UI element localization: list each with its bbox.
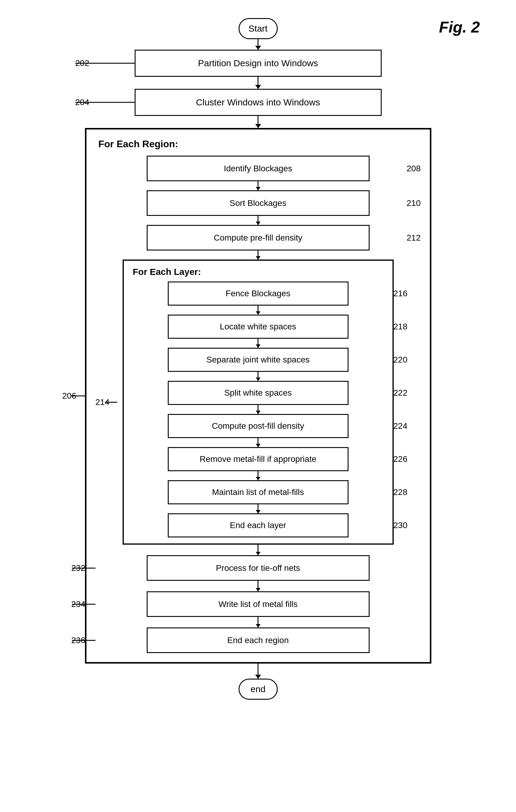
cluster-label: Cluster Windows into Windows bbox=[196, 97, 320, 108]
separate-box: Separate joint white spaces bbox=[168, 348, 349, 372]
split-label: Split white spaces bbox=[224, 388, 292, 398]
remove-row: Remove metal-fill if appropriate 226 bbox=[130, 447, 386, 471]
arrow-cluster-to-region bbox=[257, 116, 259, 128]
split-row: Split white spaces 222 bbox=[130, 381, 386, 405]
sort-row: Sort Blockages 210 bbox=[96, 190, 421, 216]
arrow-sort-compute bbox=[257, 216, 259, 225]
end-label: end bbox=[250, 684, 265, 694]
fence-label: Fence Blockages bbox=[226, 289, 290, 298]
end-region-box: End each region bbox=[147, 628, 370, 653]
fence-ref: 216 bbox=[393, 289, 408, 298]
identify-row: Identify Blockages 208 bbox=[96, 156, 421, 181]
locate-row: Locate white spaces 218 bbox=[130, 315, 386, 339]
layer-box: For Each Layer: Fence Blockages 216 bbox=[123, 260, 394, 545]
region-flow: Identify Blockages 208 Sort Blockages 21… bbox=[96, 156, 421, 653]
arrow-process-to-write bbox=[257, 581, 259, 591]
split-ref: 222 bbox=[393, 388, 408, 398]
arrow-start-to-partition bbox=[257, 39, 259, 50]
arrow-split-compute-post bbox=[257, 405, 259, 414]
maintain-row: Maintain list of metal-fills 228 bbox=[130, 480, 386, 504]
sort-ref: 210 bbox=[407, 198, 421, 208]
start-label: Start bbox=[248, 24, 268, 34]
separate-ref: 220 bbox=[393, 355, 408, 365]
maintain-label: Maintain list of metal-fills bbox=[212, 488, 304, 497]
write-label: Write list of metal fills bbox=[218, 600, 297, 609]
arrow-locate-separate bbox=[257, 339, 259, 348]
end-terminal: end bbox=[239, 678, 278, 700]
arrow-remove-maintain bbox=[257, 471, 259, 480]
partition-ref: 202 bbox=[75, 58, 89, 68]
end-layer-box: End each layer bbox=[168, 513, 349, 538]
arrow-write-to-end-region bbox=[257, 617, 259, 628]
locate-box: Locate white spaces bbox=[168, 315, 349, 339]
sort-box: Sort Blockages bbox=[147, 190, 370, 216]
partition-box: Partition Design into Windows 202 bbox=[135, 50, 382, 77]
arrow-compute-to-layer bbox=[257, 251, 259, 260]
cluster-box: Cluster Windows into Windows 204 bbox=[135, 89, 382, 116]
identify-label: Identify Blockages bbox=[224, 164, 292, 173]
arrow-maintain-end-layer bbox=[257, 504, 259, 513]
process-ref-line bbox=[72, 568, 96, 569]
remove-ref: 226 bbox=[393, 454, 408, 464]
arrow-region-to-end bbox=[257, 664, 259, 678]
layer-container: 214 For Each Layer: Fence Blockages 216 bbox=[96, 260, 421, 545]
layer-header: For Each Layer: bbox=[130, 267, 386, 277]
write-ref-line bbox=[72, 604, 96, 605]
process-row: Process for tie-off nets 232 bbox=[96, 555, 421, 581]
compute-pre-label: Compute pre-fill density bbox=[214, 233, 302, 243]
identify-box: Identify Blockages bbox=[147, 156, 370, 181]
start-terminal: Start bbox=[239, 18, 278, 39]
arrow-partition-to-cluster bbox=[257, 77, 259, 89]
end-region-ref-line bbox=[72, 640, 96, 641]
arrow-fence-locate bbox=[257, 306, 259, 315]
end-layer-label: End each layer bbox=[230, 521, 286, 530]
arrow-separate-split bbox=[257, 372, 259, 381]
compute-pre-ref: 212 bbox=[407, 233, 421, 243]
arrow-identify-sort bbox=[257, 181, 259, 190]
fence-row: Fence Blockages 216 bbox=[130, 282, 386, 306]
partition-label: Partition Design into Windows bbox=[198, 58, 318, 68]
region-header: For Each Region: bbox=[96, 139, 421, 150]
compute-post-row: Compute post-fill density 224 bbox=[130, 414, 386, 438]
end-layer-row: End each layer 230 bbox=[130, 513, 386, 538]
identify-ref: 208 bbox=[407, 164, 421, 173]
process-label: Process for tie-off nets bbox=[216, 563, 300, 573]
compute-pre-box: Compute pre-fill density bbox=[147, 225, 370, 251]
write-row: Write list of metal fills 234 bbox=[96, 591, 421, 617]
compute-pre-row: Compute pre-fill density 212 bbox=[96, 225, 421, 251]
compute-post-box: Compute post-fill density bbox=[168, 414, 349, 438]
sort-label: Sort Blockages bbox=[229, 198, 286, 208]
fence-box: Fence Blockages bbox=[168, 282, 349, 306]
arrow-layer-to-process bbox=[257, 545, 259, 555]
layer-ref-line bbox=[105, 402, 117, 403]
locate-label: Locate white spaces bbox=[220, 322, 296, 331]
cluster-ref: 204 bbox=[75, 97, 89, 107]
locate-ref: 218 bbox=[393, 322, 408, 331]
separate-row: Separate joint white spaces 220 bbox=[130, 348, 386, 372]
compute-post-label: Compute post-fill density bbox=[212, 421, 304, 431]
process-box: Process for tie-off nets bbox=[147, 555, 370, 581]
end-region-label: End each region bbox=[227, 636, 289, 645]
remove-box: Remove metal-fill if appropriate bbox=[168, 447, 349, 471]
end-layer-ref: 230 bbox=[393, 521, 408, 530]
write-box: Write list of metal fills bbox=[147, 591, 370, 617]
compute-post-ref: 224 bbox=[393, 421, 408, 431]
maintain-ref: 228 bbox=[393, 488, 408, 497]
fig-label: Fig. 2 bbox=[439, 18, 480, 36]
separate-label: Separate joint white spaces bbox=[206, 355, 309, 365]
region-box: For Each Region: Identify Blockages 208 … bbox=[85, 128, 431, 664]
arrow-compute-post-remove bbox=[257, 438, 259, 447]
remove-label: Remove metal-fill if appropriate bbox=[200, 454, 317, 464]
split-box: Split white spaces bbox=[168, 381, 349, 405]
layer-flow: Fence Blockages 216 Locate white spaces bbox=[130, 282, 386, 538]
end-region-row: End each region 236 bbox=[96, 628, 421, 653]
page: Fig. 2 Start Partition Design into Windo… bbox=[0, 0, 516, 812]
maintain-box: Maintain list of metal-fills bbox=[168, 480, 349, 504]
